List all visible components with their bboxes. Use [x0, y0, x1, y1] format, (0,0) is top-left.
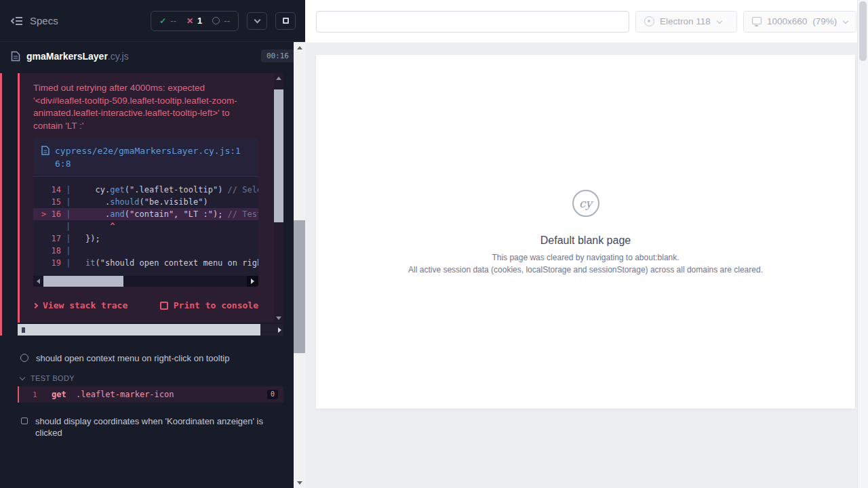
- test-body-label: TEST BODY: [31, 374, 75, 382]
- test-item-running[interactable]: should open context menu on right-click …: [0, 348, 305, 369]
- chevron-down-icon: [254, 16, 260, 23]
- file-icon: [41, 146, 50, 159]
- test-title: should open context menu on right-click …: [36, 352, 229, 364]
- reporter-header: Specs ✓ -- ✕ 1 --: [0, 0, 305, 42]
- specs-menu-icon[interactable]: [11, 16, 23, 26]
- reporter-scrollbar[interactable]: [294, 42, 305, 488]
- code-frame: cypress/e2e/gmaMarkersLayer.cy.js:16:8 1…: [33, 138, 258, 287]
- stat-passed: ✓ --: [159, 16, 176, 26]
- x-icon: ✕: [186, 17, 193, 25]
- command-message: .leaflet-marker-icon: [76, 390, 174, 399]
- code-frame-lines: 14 | cy.get(".leaflet-tooltip") // Sele …: [33, 177, 258, 270]
- vscroll-thumb[interactable]: [274, 89, 283, 222]
- collapse-all-button[interactable]: [247, 12, 267, 30]
- code-line: 15 | .should("be.visible"): [41, 196, 258, 208]
- test-item-queued[interactable]: should display coordinates when 'Koordin…: [0, 411, 305, 443]
- command-method: get: [52, 390, 76, 399]
- aut-subtitle-2: All active session data (cookies, localS…: [408, 265, 763, 274]
- command-number: 1: [33, 390, 52, 399]
- scroll-left-arrow-icon[interactable]: [18, 324, 28, 336]
- aut-frame: cy Default blank page This page was clea…: [316, 55, 855, 409]
- runner-header: Electron 118 1000x660 (79%): [305, 0, 868, 43]
- stat-failed: ✕ 1: [186, 16, 202, 26]
- view-stack-trace-link[interactable]: View stack trace: [33, 300, 127, 310]
- error-actions: View stack trace Print to console: [33, 300, 258, 310]
- scroll-down-arrow-icon[interactable]: [274, 313, 283, 323]
- code-frame-filename: cypress/e2e/gmaMarkersLayer.cy.js:16:8: [55, 144, 250, 170]
- spec-duration-badge: 00:16: [261, 49, 294, 62]
- scroll-up-arrow-icon[interactable]: [294, 42, 305, 53]
- scroll-right-arrow-icon[interactable]: [247, 276, 258, 287]
- attempt-hscroll-track[interactable]: [260, 324, 283, 336]
- code-line: 19 | it("should open context menu on rig…: [41, 257, 258, 269]
- test-body-toggle[interactable]: TEST BODY: [20, 374, 305, 382]
- scroll-down-arrow-icon[interactable]: [294, 477, 305, 488]
- runner-main: Electron 118 1000x660 (79%) cy Default b…: [305, 0, 868, 488]
- stop-icon: [283, 18, 289, 24]
- code-line: 18 |: [41, 245, 258, 257]
- code-line: 14 | cy.get(".leaflet-tooltip") // Sele: [41, 184, 258, 196]
- chevron-right-icon: [33, 302, 38, 308]
- attempt-hscrollbar[interactable]: [18, 324, 283, 336]
- scroll-right-arrow-icon[interactable]: [278, 327, 281, 333]
- aut-container: cy Default blank page This page was clea…: [305, 43, 868, 409]
- print-to-console-button[interactable]: Print to console: [160, 300, 258, 310]
- failed-attempt-region: Timed out retrying after 4000ms: expecte…: [0, 73, 305, 336]
- reporter-sidebar: Specs ✓ -- ✕ 1 --: [0, 0, 305, 488]
- hscroll-thumb[interactable]: [43, 276, 123, 287]
- spec-file-icon: [11, 51, 20, 62]
- error-vscrollbar[interactable]: [274, 73, 283, 323]
- url-input[interactable]: [316, 11, 629, 33]
- code-line: > 16 | .and("contain", "LT :"); // Test: [33, 208, 258, 220]
- viewport-size: 1000x660: [767, 16, 807, 26]
- print-to-console-label: Print to console: [174, 300, 258, 310]
- command-badge: 0: [267, 390, 278, 399]
- attempt-hscroll-thumb[interactable]: [28, 324, 260, 336]
- browser-select[interactable]: Electron 118: [635, 11, 737, 33]
- passed-count: --: [170, 16, 176, 26]
- code-frame-file-link[interactable]: cypress/e2e/gmaMarkersLayer.cy.js:16:8: [33, 138, 258, 177]
- code-line: | ^: [41, 220, 258, 232]
- code-line: 17 | });: [41, 232, 258, 245]
- queued-test-icon: [21, 418, 28, 424]
- spec-row[interactable]: gmaMarkersLayer.cy.js 00:16: [0, 42, 305, 68]
- console-icon: [160, 302, 168, 310]
- page-scrollbar[interactable]: [857, 0, 868, 488]
- reporter-scroll-thumb[interactable]: [294, 220, 305, 353]
- scroll-up-arrow-icon[interactable]: [274, 73, 283, 83]
- test-title: should display coordinates when 'Koordin…: [35, 415, 271, 439]
- scroll-left-arrow-icon[interactable]: [33, 276, 43, 287]
- running-test-icon: [20, 354, 28, 362]
- chevron-down-icon: [843, 18, 848, 23]
- stat-pending: --: [212, 16, 230, 26]
- aut-title: Default blank page: [540, 235, 631, 247]
- spec-extension: .cy.js: [108, 51, 129, 62]
- spec-title: gmaMarkersLayer.cy.js: [26, 50, 129, 62]
- error-message: Timed out retrying after 4000ms: expecte…: [33, 82, 257, 132]
- pending-circle-icon: [212, 17, 220, 24]
- run-stats[interactable]: ✓ -- ✕ 1 --: [151, 11, 239, 31]
- browser-label: Electron 118: [660, 16, 711, 26]
- check-icon: ✓: [159, 17, 166, 25]
- spec-name: gmaMarkersLayer: [26, 51, 108, 62]
- chevron-down-icon: [717, 18, 722, 23]
- page-scroll-thumb[interactable]: [859, 1, 867, 61]
- view-stack-trace-label: View stack trace: [43, 300, 127, 310]
- code-frame-hscrollbar[interactable]: [33, 276, 258, 287]
- test-list: should open context menu on right-click …: [0, 348, 305, 443]
- pending-count: --: [224, 16, 230, 26]
- chevron-down-icon: [20, 375, 25, 380]
- error-panel: Timed out retrying after 4000ms: expecte…: [18, 73, 283, 323]
- cypress-app: Specs ✓ -- ✕ 1 --: [0, 0, 868, 488]
- viewport-select[interactable]: 1000x660 (79%): [743, 11, 856, 33]
- specs-label: Specs: [30, 15, 58, 26]
- cypress-logo: cy: [572, 190, 599, 217]
- electron-icon: [644, 16, 654, 26]
- aut-subtitle-1: This page was cleared by navigating to a…: [492, 253, 679, 262]
- command-row[interactable]: 1 get .leaflet-marker-icon 0: [18, 386, 283, 403]
- viewport-icon: [752, 17, 762, 24]
- viewport-zoom: (79%): [812, 16, 837, 26]
- failed-count: 1: [197, 16, 202, 26]
- stop-run-button[interactable]: [275, 12, 296, 30]
- hscroll-track[interactable]: [123, 276, 247, 287]
